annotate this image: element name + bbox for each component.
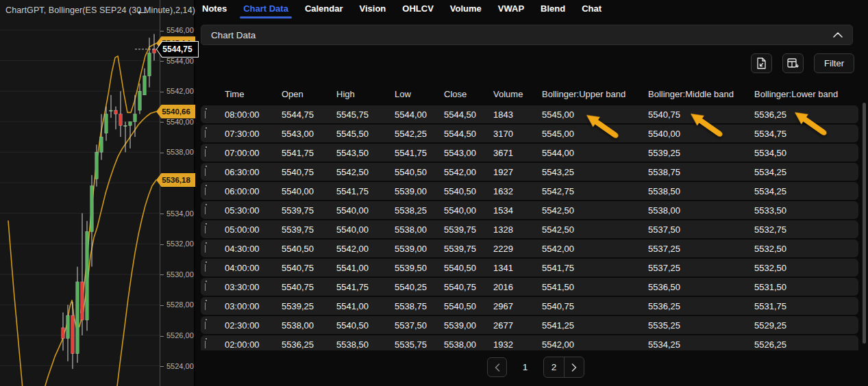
table-cell: 06:30:00 bbox=[225, 167, 282, 177]
price-badge-middle-band-price: 5540,66 bbox=[156, 105, 196, 118]
table-row[interactable]: 06:00:005540,005541,755539,005540,501632… bbox=[201, 182, 858, 200]
app-window: ChartGPT, Bollinger(ES SEP24 (30 Minute)… bbox=[0, 0, 868, 386]
table-row[interactable]: 06:30:005540,755542,505540,505542,001927… bbox=[201, 163, 858, 181]
collapse-panel-arrow-icon[interactable]: ← bbox=[135, 2, 149, 18]
table-row[interactable]: 03:30:005540,755541,755540,255540,752016… bbox=[201, 278, 858, 296]
page-number-2[interactable]: 2 bbox=[544, 357, 564, 377]
table-cell: 02:30:00 bbox=[225, 320, 282, 331]
table-cell: 5534,25 bbox=[754, 167, 854, 177]
vertical-scrollbar[interactable] bbox=[863, 103, 866, 344]
table-cell: 04:30:00 bbox=[225, 244, 282, 254]
chart-title: ChartGPT, Bollinger(ES SEP24 (30 Minute)… bbox=[5, 5, 177, 15]
tab-chat[interactable]: Chat bbox=[580, 1, 603, 18]
table-cell: 5542,50 bbox=[542, 205, 648, 216]
table-cell: 07:30:00 bbox=[225, 129, 282, 139]
table-cell: 5540,50 bbox=[395, 167, 444, 177]
candlestick-chart[interactable] bbox=[0, 0, 160, 386]
filter-button[interactable]: Filter bbox=[814, 53, 854, 73]
table-row[interactable]: 07:30:005543,005545,505542,255544,503170… bbox=[201, 125, 858, 142]
table-cell: 5543,00 bbox=[444, 148, 493, 158]
table-cell: 5542,50 bbox=[336, 167, 395, 177]
export-file-button[interactable] bbox=[751, 53, 772, 73]
table-cell: 5540,50 bbox=[282, 244, 336, 254]
table-cell: 5534,50 bbox=[754, 148, 854, 158]
table-cell: 5538,00 bbox=[282, 320, 336, 331]
tab-ohlcv[interactable]: OHLCV bbox=[401, 1, 435, 18]
tab-blend[interactable]: Blend bbox=[539, 1, 567, 18]
table-cell: 5539,00 bbox=[444, 320, 493, 331]
table-cell: 5534,25 bbox=[754, 186, 854, 196]
table-cell: 5537,25 bbox=[648, 244, 754, 254]
table-cell: 5534,75 bbox=[754, 129, 854, 139]
table-row[interactable]: 08:00:005544,755545,755544,005544,501843… bbox=[201, 105, 858, 123]
table-cell: 5543,50 bbox=[336, 148, 395, 158]
tab-notes[interactable]: Notes bbox=[201, 1, 228, 18]
clipped-column-fragment bbox=[205, 188, 208, 195]
table-cell: 07:00:00 bbox=[225, 148, 282, 158]
column-header-bollinger-middle-band: Bollinger:Middle band bbox=[648, 89, 754, 99]
table-cell: 1328 bbox=[493, 224, 542, 235]
table-cell: 5540,50 bbox=[444, 301, 493, 311]
table-cell: 5539,75 bbox=[282, 224, 336, 235]
table-cell: 5533,50 bbox=[754, 205, 854, 216]
tab-calendar[interactable]: Calendar bbox=[303, 1, 345, 18]
table-cell: 1927 bbox=[493, 167, 542, 177]
tab-chart-data[interactable]: Chart Data bbox=[242, 1, 290, 18]
table-cell: 3170 bbox=[493, 129, 542, 139]
table-cell: 5537,50 bbox=[395, 320, 444, 331]
table-cell: 5537,25 bbox=[648, 263, 754, 273]
price-badge-last-price: 5544,75 bbox=[156, 41, 199, 57]
table-cell: 5540,00 bbox=[336, 224, 395, 235]
table-cell: 5541,00 bbox=[336, 263, 395, 273]
table-cell: 06:00:00 bbox=[225, 186, 282, 196]
table-cell: 5532,50 bbox=[754, 244, 854, 254]
table-cell: 5536,25 bbox=[648, 301, 754, 311]
chevron-up-icon[interactable] bbox=[833, 32, 843, 38]
tab-vwap[interactable]: VWAP bbox=[497, 1, 525, 18]
table-cell: 5537,50 bbox=[648, 224, 754, 235]
table-cell: 5539,50 bbox=[395, 263, 444, 273]
chart-data-section-header[interactable]: Chart Data bbox=[201, 25, 853, 45]
axis-tick-label: 5538,00 bbox=[160, 146, 194, 157]
clipped-column-fragment bbox=[205, 111, 208, 118]
axis-tick-label: 5524,00 bbox=[160, 361, 194, 372]
page-number-1[interactable]: 1 bbox=[515, 357, 535, 377]
table-cell: 5541,75 bbox=[336, 282, 395, 292]
page-prev-button[interactable] bbox=[487, 357, 507, 377]
tab-vision[interactable]: Vision bbox=[358, 1, 388, 18]
table-cell: 5543,25 bbox=[542, 167, 648, 177]
table-cell: 5536,50 bbox=[648, 282, 754, 292]
table-cell: 5543,00 bbox=[282, 129, 336, 139]
table-row[interactable]: 07:00:005541,755543,505541,755543,003671… bbox=[201, 144, 858, 162]
table-row[interactable]: 04:30:005540,505542,005539,005539,752229… bbox=[201, 240, 858, 257]
table-row[interactable]: 03:00:005539,255541,005538,755540,502967… bbox=[201, 297, 858, 315]
table-row[interactable]: 02:30:005538,005540,505537,505539,002677… bbox=[201, 316, 858, 334]
chevron-right-icon bbox=[571, 363, 577, 372]
table-cell: 5540,25 bbox=[395, 282, 444, 292]
table-cell: 03:00:00 bbox=[225, 301, 282, 311]
table-cell: 5542,75 bbox=[542, 186, 648, 196]
table-row[interactable]: 04:00:005540,755541,005539,505540,501341… bbox=[201, 259, 858, 276]
page-next-button[interactable] bbox=[564, 357, 584, 377]
table-row[interactable]: 05:30:005539,755540,005538,255540,001534… bbox=[201, 201, 858, 219]
export-file-icon bbox=[756, 57, 767, 69]
axis-tick-label: 5532,00 bbox=[160, 238, 194, 249]
table-cell: 5544,50 bbox=[444, 129, 493, 139]
axis-tick-label: 5530,00 bbox=[160, 269, 194, 280]
table-body: 08:00:005544,755545,755544,005544,501843… bbox=[201, 105, 858, 350]
table-cell: 2967 bbox=[493, 301, 542, 311]
clipped-column-fragment bbox=[205, 283, 208, 291]
table-cell: 5541,25 bbox=[542, 320, 648, 331]
table-cell: 02:00:00 bbox=[225, 339, 282, 350]
table-cell: 3671 bbox=[493, 148, 542, 158]
table-cell: 5544,00 bbox=[542, 148, 648, 158]
column-header-volume: Volume bbox=[493, 89, 542, 99]
tab-volume[interactable]: Volume bbox=[449, 1, 483, 18]
table-row[interactable]: 05:00:005539,755540,005538,005539,751328… bbox=[201, 220, 858, 238]
table-cell: 5526,25 bbox=[754, 339, 854, 350]
table-cell: 5545,50 bbox=[336, 129, 395, 139]
table-cell: 1932 bbox=[493, 339, 542, 350]
table-row[interactable]: 02:00:005536,255538,505535,755538,001932… bbox=[201, 335, 858, 350]
download-table-button[interactable] bbox=[782, 53, 804, 73]
table-cell: 5538,25 bbox=[395, 205, 444, 216]
